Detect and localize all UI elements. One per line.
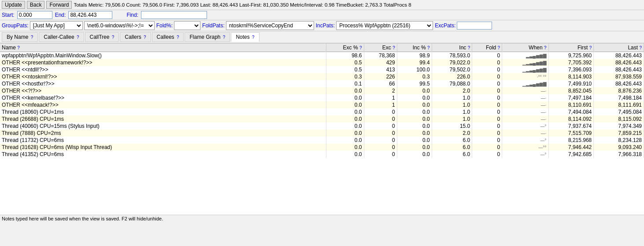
cell-5: 0 <box>472 151 502 158</box>
table-row[interactable]: Thread (11732) CPU=6ms0.000.06.00—°8,215… <box>0 137 644 144</box>
tab-caller-callee[interactable]: Caller-Callee ? <box>39 32 84 42</box>
tab-calltree[interactable]: CallTree ? <box>85 32 119 42</box>
col-help-0: ? <box>17 45 20 50</box>
table-container: Name ?Exc % ?Exc ?Inc % ?Inc ?Fold ?When… <box>0 44 644 215</box>
start-input[interactable] <box>17 11 52 19</box>
tab-callers[interactable]: Callers ? <box>120 32 151 42</box>
col-header-inc[interactable]: Inc ? <box>432 44 472 52</box>
tab-notes[interactable]: Notes ? <box>231 32 259 42</box>
cell-3: 0.0 <box>397 130 432 137</box>
col-header-exc--[interactable]: Exc % ? <box>326 44 364 52</box>
col-help-8: ? <box>639 45 642 50</box>
cell-0: OTHER <<ntoskrnl!?>> <box>0 73 326 80</box>
cell-7: 7,946.442 <box>548 144 594 151</box>
cell-3: 0.0 <box>397 94 432 101</box>
cell-0: Thread (26688) CPU=1ms <box>0 116 326 123</box>
cell-8: 88,426.443 <box>594 80 644 87</box>
cell-1: 0.0 <box>326 123 364 130</box>
cell-8: 88,426.443 <box>594 59 644 66</box>
cell-4: 79,088.0 <box>432 80 472 87</box>
table-row[interactable]: Thread (41352) CPU=6ms0.000.06.00—°7,942… <box>0 151 644 158</box>
col-header-first[interactable]: First ? <box>548 44 594 52</box>
tab-help-1: ? <box>77 35 79 40</box>
table-row[interactable]: OTHER <<hostfxr!?>>0.16699.579,088.00▁▂▃… <box>0 80 644 87</box>
cell-3: 0.3 <box>397 73 432 80</box>
table-row[interactable]: OTHER <<ntdll!?>>0.5413100.079,502.00▁▂▃… <box>0 66 644 73</box>
col-header-exc[interactable]: Exc ? <box>364 44 397 52</box>
cell-0: wpfappbtn!WpfAppbtn.MainWindow.Slow() <box>0 52 326 60</box>
cell-7: 8,852.045 <box>548 87 594 94</box>
cell-4: 79,502.0 <box>432 66 472 73</box>
col-header-last[interactable]: Last ? <box>594 44 644 52</box>
metrics-text: Totals Metric: 79,506.0 Count: 79,506.0 … <box>74 2 642 7</box>
tabs-row: By Name ?Caller-Callee ?CallTree ?Caller… <box>0 31 644 44</box>
start-label: Start: <box>2 12 15 18</box>
cell-1: 0.0 <box>326 151 364 158</box>
col-header-when[interactable]: When ? <box>502 44 548 52</box>
fold-select[interactable] <box>174 21 200 30</box>
cell-5: 0 <box>472 59 502 66</box>
forward-button[interactable]: Forward <box>46 1 72 9</box>
cell-2: 66 <box>364 80 397 87</box>
col-help-6: ? <box>544 45 547 50</box>
excpats-input[interactable] <box>457 22 492 30</box>
table-row[interactable]: OTHER <<mfeaack!?>>0.010.01.00—·8,110.69… <box>0 101 644 108</box>
tab-help-3: ? <box>144 35 146 40</box>
tab-help-5: ? <box>223 35 226 40</box>
cell-3: 0.0 <box>397 151 432 158</box>
cell-2: 1 <box>364 94 397 101</box>
table-row[interactable]: Thread (31628) CPU=6ms (Wisp Input Threa… <box>0 144 644 151</box>
cell-6: —° <box>502 123 548 130</box>
table-row[interactable]: Thread (26688) CPU=1ms0.000.01.00—·8,114… <box>0 116 644 123</box>
foldpats-label: FoldPats: <box>202 22 225 29</box>
cell-4: 1.0 <box>432 101 472 108</box>
cell-8: 8,115.092 <box>594 116 644 123</box>
cell-6: —· <box>502 108 548 116</box>
cell-5: 0 <box>472 130 502 137</box>
cell-0: Thread (31628) CPU=6ms (Wisp Input Threa… <box>0 144 326 151</box>
grouppats-select[interactable]: [Just My App] <box>30 21 83 30</box>
table-row[interactable]: OTHER <<presentationframework!?>>0.54299… <box>0 59 644 66</box>
grouppats-net-select[interactable]: \net6.0-windows\%!->;!= <box>84 21 155 30</box>
cell-3: 0.0 <box>397 101 432 108</box>
tab-callees[interactable]: Callees ? <box>152 32 184 42</box>
fold-group: Fold%: <box>156 21 200 30</box>
cell-1: 0.0 <box>326 87 364 94</box>
tab-by-name[interactable]: By Name ? <box>2 32 38 42</box>
end-input[interactable] <box>68 11 112 19</box>
cell-5: 0 <box>472 80 502 87</box>
cell-1: 0.5 <box>326 66 364 73</box>
col-help-7: ? <box>589 45 592 50</box>
col-header-name[interactable]: Name ? <box>0 44 326 52</box>
cell-8: 88,426.443 <box>594 52 644 60</box>
cell-6: —· <box>502 87 548 94</box>
table-row[interactable]: Thread (7888) CPU=2ms0.000.02.00—·7,515.… <box>0 130 644 137</box>
cell-8: 9,093.240 <box>594 144 644 151</box>
cell-2: 78,368 <box>364 52 397 60</box>
cell-8: 8,876.236 <box>594 87 644 94</box>
cell-2: 0 <box>364 123 397 130</box>
table-row[interactable]: Thread (18060) CPU=1ms0.000.01.00—·7,494… <box>0 108 644 116</box>
table-row[interactable]: Thread (40060) CPU=15ms (Stylus Input)0.… <box>0 123 644 130</box>
cell-0: Thread (11732) CPU=6ms <box>0 137 326 144</box>
col-header-inc--[interactable]: Inc % ? <box>397 44 432 52</box>
cell-1: 98.6 <box>326 52 364 60</box>
table-row[interactable]: OTHER <<kernelbase!?>>0.010.01.00—·7,497… <box>0 94 644 101</box>
table-row[interactable]: OTHER <<ntoskrnl!?>>0.32260.3226.00·°° °… <box>0 73 644 80</box>
cell-3: 0.0 <box>397 108 432 116</box>
tab-flame-graph[interactable]: Flame Graph ? <box>185 32 230 42</box>
cell-7: 8,114.092 <box>548 116 594 123</box>
table-row[interactable]: wpfappbtn!WpfAppbtn.MainWindow.Slow()98.… <box>0 52 644 60</box>
cell-1: 0.0 <box>326 144 364 151</box>
incpats-select[interactable]: Process% WpfAppbtn (22516) <box>336 21 433 30</box>
cell-3: 0.0 <box>397 123 432 130</box>
foldpats-select[interactable]: ntoskrnl!%ServiceCopyEnd <box>226 21 314 30</box>
table-row[interactable]: OTHER <<?!?>>0.020.02.00—·8,852.0458,876… <box>0 87 644 94</box>
back-button[interactable]: Back <box>27 1 45 9</box>
col-help-4: ? <box>468 45 470 50</box>
incpats-group: IncPats: Process% WpfAppbtn (22516) <box>316 21 433 30</box>
update-button[interactable]: Update <box>2 1 25 9</box>
find-input[interactable] <box>141 11 207 19</box>
col-header-fold[interactable]: Fold ? <box>472 44 502 52</box>
cell-1: 0.0 <box>326 108 364 116</box>
